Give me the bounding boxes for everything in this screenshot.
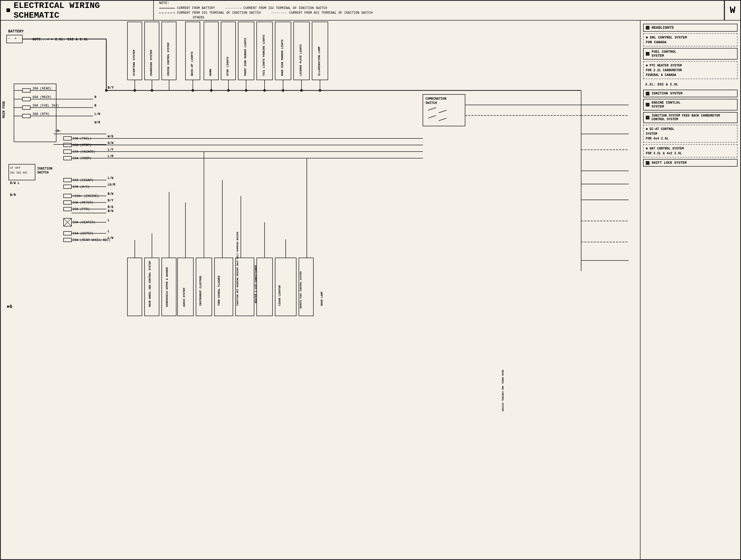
svg-text:REAR WHEEL ABS CONTROL SYSTEM: REAR WHEEL ABS CONTROL SYSTEM — [501, 370, 504, 411]
header: ■ ELECTRICAL WIRING SCHEMATIC NOTE: CURR… — [1, 1, 740, 20]
svg-text:CHARGING SYSTEM: CHARGING SYSTEM — [149, 50, 153, 76]
svg-text:TAIL LIGHTS PARKING LIGHTS: TAIL LIGHTS PARKING LIGHTS — [263, 35, 265, 76]
svg-text:<15A> (ENGINE): <15A> (ENGINE) — [73, 194, 99, 198]
svg-rect-102 — [186, 22, 200, 80]
svg-text:RAER SIDE MARKER LIGHTS: RAER SIDE MARKER LIGHTS — [281, 39, 284, 76]
svg-rect-42 — [64, 150, 71, 153]
line-thin-icon — [271, 13, 287, 13]
svg-text:WINDSHIELD WIPER & WASHER: WINDSHIELD WIPER & WASHER — [166, 267, 169, 307]
svg-text:REMOTE FUEL CONTROL SYSTEM: REMOTE FUEL CONTROL SYSTEM — [300, 271, 302, 309]
system-ptc: ■ PTC HEATER SYSTEMFOR 2.2L CARBURETORFE… — [643, 61, 738, 79]
egi-text: 2.2L: EGI & 2.6L — [645, 83, 678, 86]
svg-rect-156 — [275, 258, 296, 316]
svg-text:CRUISE CONTROL SYSTEM: CRUISE CONTROL SYSTEM — [167, 43, 170, 76]
system-engine: ENGINE CONTLOLSYSTEM — [643, 99, 738, 110]
feedback-label: IGNITION SYSTEM FEED BACK CARBURETOR CON… — [652, 114, 735, 121]
header-note: NOTE: CURRENT FROM BATTERY CURRENT FROM … — [154, 1, 724, 20]
svg-text:L: L — [108, 230, 110, 233]
page-title: ■ ELECTRICAL WIRING SCHEMATIC — [1, 1, 154, 20]
svg-rect-154 — [235, 258, 254, 316]
svg-text:15A (CIGAR): 15A (CIGAR) — [73, 178, 93, 182]
svg-rect-127 — [423, 94, 465, 126]
svg-rect-120 — [293, 22, 310, 80]
svg-rect-12 — [22, 89, 30, 92]
right-panel: HEADLIGHTS ■ DRL CONTROL SYSTEMFOR CANAD… — [640, 20, 740, 559]
line-solid-icon — [159, 8, 175, 8]
page: ■ ELECTRICAL WIRING SCHEMATIC NOTE: CURR… — [0, 0, 741, 560]
svg-text:30A (BTN): 30A (BTN) — [32, 112, 50, 116]
svg-rect-34 — [64, 137, 71, 140]
eги-label: 2.2L: EGI & 2.6L — [643, 81, 738, 88]
svg-rect-24 — [22, 114, 30, 118]
svg-text:L/R: L/R — [108, 155, 114, 158]
svg-text:CIGAR LIGHTER: CIGAR LIGHTER — [278, 285, 281, 306]
svg-text:TURN SIGNAL FLASHER: TURN SIGNAL FLASHER — [218, 276, 220, 306]
svg-rect-65 — [64, 194, 71, 198]
title-text: ELECTRICAL WIRING SCHEMATIC — [14, 1, 148, 20]
svg-line-80 — [64, 218, 71, 226]
svg-rect-152 — [196, 258, 212, 316]
svg-text:SWITCH: SWITCH — [425, 101, 437, 105]
svg-text:COMBINATION: COMBINATION — [425, 97, 446, 101]
svg-line-130 — [428, 107, 436, 110]
svg-text:SWITCH: SWITCH — [37, 171, 49, 174]
svg-text:LG/R: LG/R — [108, 183, 116, 187]
svg-text:80A (MAIN): 80A (MAIN) — [32, 95, 52, 99]
ecat-label: ■ EC-AT CONTROLSYSTEMFOR 4x4 2.6L — [646, 127, 674, 141]
svg-rect-114 — [257, 22, 272, 80]
svg-rect-153 — [214, 258, 233, 316]
line-dashed-icon — [159, 13, 175, 13]
svg-rect-38 — [64, 143, 71, 147]
svg-text:AUDIO SYSTEM: AUDIO SYSTEM — [183, 288, 186, 307]
svg-rect-20 — [22, 106, 30, 109]
title-bullet: ■ — [6, 6, 10, 14]
bullet-icon — [646, 26, 650, 29]
svg-rect-46 — [64, 156, 71, 160]
svg-rect-150 — [162, 258, 176, 316]
note-text-3: CURRENT FROM IG2 TERMINAL OF IGNITION SW… — [244, 6, 327, 10]
svg-text:BATTERY: BATTERY — [8, 29, 24, 33]
note-label: NOTE: — [159, 1, 719, 5]
system-ecat: ■ EC-AT CONTROLSYSTEMFOR 4x4 2.6L — [643, 125, 738, 143]
svg-text:—B—: —B— — [55, 129, 61, 133]
svg-rect-96 — [145, 22, 159, 80]
svg-line-131 — [439, 110, 447, 113]
svg-text:LICENSE PLATE LIGHTS: LICENSE PLATE LIGHTS — [299, 44, 302, 76]
note-row-2: CURRENT FROM IG1 TERMINAL OF IGNITION SW… — [159, 11, 719, 15]
svg-rect-69 — [64, 201, 71, 204]
svg-text:L/Y: L/Y — [108, 148, 114, 152]
svg-text:B/Y: B/Y — [108, 199, 114, 203]
svg-text:L: L — [108, 219, 110, 222]
svg-text:B/W  L: B/W L — [10, 181, 19, 185]
svg-text:●G: ●G — [7, 304, 12, 309]
svg-text:20A (REAR WHEEL ABS): 20A (REAR WHEEL ABS) — [73, 238, 111, 242]
hat-label: ■ HAT CONTROL SYSTEMFOR 2.2L & 4x2 2.6L — [646, 147, 684, 155]
svg-rect-157 — [299, 258, 314, 316]
system-drl: ■ DRL CONTROL SYSTEMFOR CANADA — [643, 33, 738, 47]
svg-rect-155 — [257, 258, 272, 316]
note-row-1: CURRENT FROM BATTERY CURRENT FROM IG2 TE… — [159, 6, 719, 10]
note-text-5: OTHERS — [193, 16, 204, 19]
svg-text:B/W: B/W — [108, 192, 114, 196]
system-fuel: FUEL CONTROLSYSTEM — [643, 48, 738, 60]
svg-text:15A (STOP): 15A (STOP) — [73, 143, 91, 147]
svg-text:INSTRUMENT CLUSTERS: INSTRUMENT CLUSTERS — [199, 276, 202, 306]
note-text-1: CURRENT FROM BATTERY — [177, 6, 215, 10]
svg-rect-16 — [22, 97, 30, 101]
note-text-2: CURRENT FROM IG1 TERMINAL OF IGNITION SW… — [177, 11, 261, 15]
svg-text:20A (PTO): 20A (PTO) — [73, 208, 90, 211]
svg-text:NOTE...< > 2.2L: EGI & 2.6L: NOTE...< > 2.2L: EGI & 2.6L — [32, 37, 88, 42]
svg-text:W/R: W/R — [94, 121, 100, 125]
svg-text:MAIN FUSE: MAIN FUSE — [2, 101, 6, 118]
svg-text:IGNITION KEY WARNING BUZZER SE: IGNITION KEY WARNING BUZZER SEAT BELT WA… — [237, 232, 239, 306]
svg-text:30A (HEATER): 30A (HEATER) — [73, 221, 95, 224]
svg-text:REAR WHEEL ABS CONTROL SYSTEM: REAR WHEEL ABS CONTROL SYSTEM — [148, 261, 151, 307]
svg-text:ILLUMINATION LAMP: ILLUMINATION LAMP — [318, 46, 321, 76]
svg-rect-61 — [64, 185, 71, 188]
svg-rect-123 — [312, 22, 328, 80]
fuel-label: FUEL CONTROLSYSTEM — [652, 50, 676, 58]
svg-rect-93 — [127, 22, 142, 80]
svg-text:L/W: L/W — [108, 236, 114, 240]
page-letter: W — [724, 1, 740, 20]
svg-text:FRONT SIDE MARKER LIGHTS: FRONT SIDE MARKER LIGHTS — [244, 38, 247, 76]
